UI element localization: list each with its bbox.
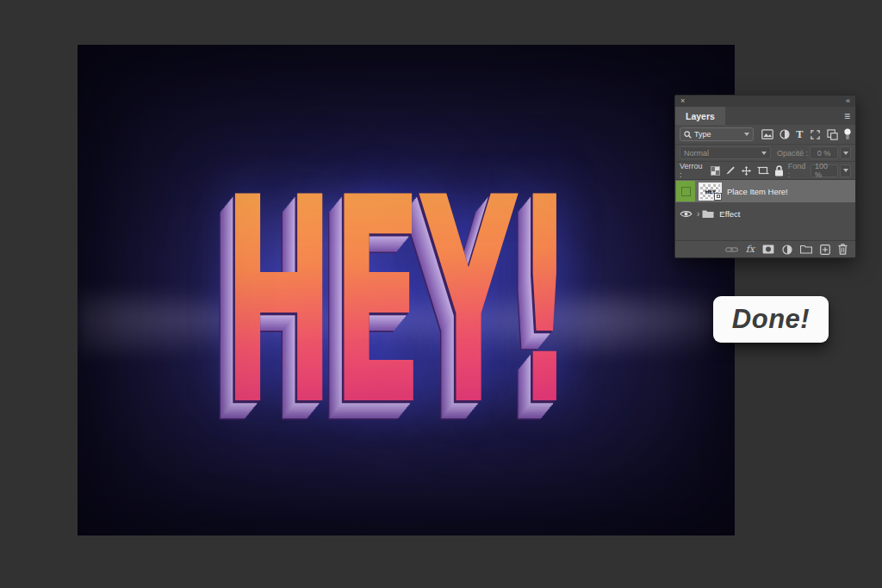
fill-dropdown-button[interactable]: [840, 164, 851, 177]
search-icon: [684, 131, 692, 139]
lock-icons: [711, 165, 784, 176]
new-adjustment-layer-icon[interactable]: [782, 244, 792, 255]
layer-name[interactable]: Place Item Here!: [727, 187, 788, 196]
opacity-label: Opacité :: [777, 149, 808, 158]
opacity-value-field[interactable]: 0 %: [810, 146, 838, 159]
filter-icons: T: [758, 128, 851, 140]
type-filter-icon[interactable]: T: [796, 129, 803, 140]
new-group-folder-icon[interactable]: [800, 244, 812, 254]
lock-all-icon[interactable]: [774, 165, 784, 176]
lock-label: Verrou :: [680, 162, 706, 179]
tab-layers[interactable]: Layers: [675, 107, 725, 125]
done-badge: Done!: [713, 296, 829, 343]
lock-artboard-icon[interactable]: [757, 165, 769, 176]
new-layer-icon[interactable]: [820, 244, 830, 255]
opacity-group: Opacité : 0 %: [777, 146, 851, 159]
adjustment-filter-icon[interactable]: [780, 129, 790, 139]
collapse-icon[interactable]: «: [846, 97, 850, 105]
pixel-layer-filter-icon[interactable]: [761, 129, 773, 139]
panel-tabs: Layers ≡: [675, 107, 855, 125]
panel-footer: fx: [675, 240, 855, 257]
add-mask-icon[interactable]: [762, 244, 774, 254]
headline-wrap: HEY! HEY!: [78, 45, 735, 535]
layer-row-place-item[interactable]: HEY Place Item Here!: [675, 180, 855, 202]
smart-object-thumbnail[interactable]: HEY: [699, 183, 722, 201]
panel-menu-icon[interactable]: ≡: [839, 107, 855, 125]
lock-position-icon[interactable]: [741, 165, 752, 176]
eye-icon[interactable]: [680, 209, 693, 219]
blend-row: Normal Opacité : 0 %: [675, 144, 855, 161]
panel-empty-area: [675, 225, 855, 240]
opacity-value: 0 %: [817, 149, 831, 158]
delete-layer-trash-icon[interactable]: [838, 244, 848, 255]
smart-object-filter-icon[interactable]: [827, 129, 838, 140]
hidden-eye-well: [681, 187, 691, 196]
close-icon[interactable]: ×: [680, 97, 685, 105]
layer-row-effect[interactable]: › Effect: [675, 202, 855, 225]
fill-group: Fond : 100 %: [788, 162, 851, 179]
group-folder-icon: [702, 209, 714, 219]
group-disclosure-icon[interactable]: ›: [697, 209, 699, 219]
lock-row: Verrou : Fond : 100: [675, 161, 855, 179]
filter-type-dropdown[interactable]: Type: [680, 127, 754, 141]
layer-color-label: [676, 181, 695, 201]
visibility-cell[interactable]: [675, 202, 696, 225]
opacity-dropdown-button[interactable]: [840, 146, 851, 159]
filter-toggle-pin-icon[interactable]: [844, 128, 851, 140]
fill-value: 100 %: [815, 162, 834, 179]
filter-row: Type T: [675, 125, 855, 144]
blend-mode-dropdown[interactable]: Normal: [680, 146, 771, 159]
chevron-down-icon: [843, 169, 848, 172]
panel-topbar: × «: [675, 96, 855, 107]
done-badge-text: Done!: [732, 304, 810, 335]
link-layers-icon[interactable]: [725, 246, 738, 253]
blend-mode-value: Normal: [684, 149, 709, 158]
tabbar-fill: [725, 107, 839, 125]
filter-value: Type: [694, 130, 742, 139]
chevron-down-icon: [761, 152, 767, 155]
document-canvas[interactable]: HEY! HEY!: [78, 45, 735, 535]
layer-list: HEY Place Item Here! › Effect: [675, 179, 855, 225]
lock-image-brush-icon[interactable]: [725, 165, 736, 176]
fill-value-field[interactable]: 100 %: [811, 164, 838, 177]
fill-label: Fond :: [788, 162, 809, 179]
chevron-down-icon: [744, 133, 749, 136]
layer-name[interactable]: Effect: [719, 209, 740, 219]
headline-3d-text: HEY! HEY!: [223, 160, 573, 444]
headline-face: HEY!: [223, 137, 573, 467]
layer-style-fx-button[interactable]: fx: [746, 244, 755, 255]
chevron-down-icon: [843, 152, 848, 155]
smart-object-badge-icon: [714, 193, 722, 201]
layers-panel: × « Layers ≡ Type T: [674, 95, 856, 258]
shape-filter-icon[interactable]: [810, 129, 821, 140]
lock-transparency-icon[interactable]: [711, 166, 720, 176]
visibility-cell[interactable]: [675, 180, 696, 202]
